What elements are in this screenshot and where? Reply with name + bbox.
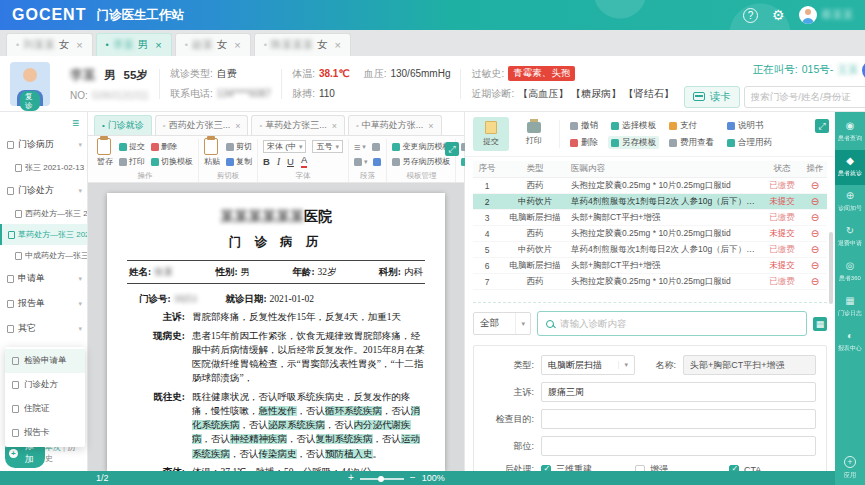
save-template-button[interactable]: 另存模板	[608, 136, 659, 149]
patient-search-input[interactable]	[751, 91, 865, 102]
underline-button[interactable]: U	[287, 156, 294, 167]
order-row[interactable]: 1 西药 头孢拉定胶囊0.25mg * 10片0.25mg口服tid 已缴费 ⊖	[473, 178, 827, 194]
zoom-in-icon[interactable]: +	[348, 473, 354, 483]
font-family-select[interactable]: 宋体 (中▾	[263, 140, 306, 153]
order-row[interactable]: 5 中药饮片 草药4剂煎服每次1剂每日2次 人参10g（后下）枸杞1g鹿茸2g …	[473, 242, 827, 258]
sidebar-item-apply[interactable]: 申请单 ▾	[0, 266, 87, 291]
paste-button[interactable]: 粘贴	[204, 156, 220, 167]
orders-print-button[interactable]: 打印	[516, 117, 552, 151]
paste-board-icon[interactable]	[204, 138, 218, 155]
remove-order-icon[interactable]: ⊖	[811, 244, 819, 255]
patient-tab[interactable]: • 李某 男 ×	[96, 33, 172, 56]
right-nav-item[interactable]: ⊕ 诊间加号	[835, 185, 865, 220]
add-menu-item[interactable]: 检验申请单	[5, 349, 85, 373]
pay-button[interactable]: 支付	[666, 119, 717, 132]
group-label[interactable]: 字体	[263, 169, 343, 182]
add-menu-item[interactable]: 门诊处方	[5, 373, 85, 397]
rational-drug-button[interactable]: 合理用药	[724, 136, 775, 149]
select-template-button[interactable]: 选择模板	[608, 119, 659, 132]
close-icon[interactable]: ×	[234, 39, 240, 51]
zoom-slider-handle[interactable]	[378, 476, 384, 482]
spacing-button[interactable]	[373, 158, 381, 166]
diagnosis-search-box[interactable]	[537, 311, 807, 336]
zoom-out-icon[interactable]: −	[410, 473, 416, 483]
emr-section-text[interactable]: 既往健康状况，否认呼吸系统疾病史，反复发作的疼痛，慢性咳嗽，急性发作，否认循环系…	[192, 390, 425, 461]
font-color-button[interactable]: A	[301, 155, 307, 167]
undo-button[interactable]: 撤销	[567, 119, 601, 132]
fullscreen-icon[interactable]: ⤢	[445, 142, 459, 156]
right-nav-item[interactable]: ◎ 患者360	[835, 255, 865, 290]
right-nav-item[interactable]: ◉ 患者查询	[835, 115, 865, 150]
editor-tab[interactable]: • 中草药处方张... ×	[348, 115, 442, 135]
grid-icon[interactable]: ▦	[813, 317, 827, 331]
change-template-button[interactable]: 变更病历模板	[392, 141, 450, 152]
list-style-button[interactable]: ≡▾	[354, 141, 366, 153]
emr-section[interactable]: 既往史: 既往健康状况，否认呼吸系统疾病史，反复发作的疼痛，慢性咳嗽，急性发作，…	[127, 390, 425, 461]
sidebar-collapse-icon[interactable]: ≡	[72, 116, 79, 130]
sidebar-item-rx-record[interactable]: 中成药处方—张三 2021...	[0, 245, 87, 266]
emr-section-text[interactable]: 患者15年前因工作紧张，饮食无规律致胃脘部疼痛，经服中药后病情缓解，以后经常反复…	[192, 329, 425, 386]
sidebar-item-rx-record[interactable]: 西药处方—张三 2021-0...	[0, 203, 87, 224]
indent-button[interactable]: ▾	[354, 158, 368, 166]
remove-order-icon[interactable]: ⊖	[811, 276, 819, 287]
close-icon[interactable]: ×	[155, 39, 161, 51]
italic-button[interactable]: I	[277, 157, 280, 167]
close-icon[interactable]: ×	[76, 39, 82, 51]
orders-delete-button[interactable]: 删除	[567, 136, 601, 149]
bold-button[interactable]: B	[263, 156, 270, 167]
sidebar-item-rx[interactable]: 门诊处方 ▾	[0, 178, 87, 203]
fullscreen-icon[interactable]: ⤢	[815, 119, 829, 133]
group-label[interactable]: 模板管理	[392, 169, 450, 182]
emr-document-page[interactable]: 某某某某某某医院 门 诊 病 历 姓名:张某性别:男年龄:32岁科别:内科 门诊…	[107, 193, 445, 471]
remove-order-icon[interactable]: ⊖	[811, 196, 819, 207]
right-nav-item[interactable]: ↻ 退费申请	[835, 220, 865, 255]
add-menu-item[interactable]: 住院证	[5, 397, 85, 421]
settings-icon[interactable]: ⚙	[772, 8, 785, 22]
remove-order-icon[interactable]: ⊖	[811, 180, 819, 191]
remove-order-icon[interactable]: ⊖	[811, 260, 819, 271]
diagnosis-search-input[interactable]	[560, 318, 798, 329]
drug-manual-button[interactable]: 说明书	[724, 119, 775, 132]
sidebar-item-emr-record[interactable]: 张三 2021-02-13 11:13...	[0, 157, 87, 178]
clipboard-icon[interactable]	[97, 138, 111, 155]
patient-tab[interactable]: • 陈某某某 女 ×	[254, 33, 351, 56]
order-row[interactable]: 4 西药 头孢拉定胶囊0.25mg * 10片0.25mg口服tid 未提交 ⊖	[473, 226, 827, 242]
user-menu[interactable]: 蔡某某	[799, 6, 854, 24]
delete-button[interactable]: 删除	[151, 141, 177, 152]
fee-view-button[interactable]: 费用查看	[666, 136, 717, 149]
group-label[interactable]: 段落	[354, 169, 382, 182]
order-row[interactable]: 3 电脑断层扫描 头部+胸部CT平扫+增强 已缴费 ⊖	[473, 210, 827, 226]
cut-button[interactable]: 剪切	[226, 141, 252, 152]
sidebar-item-other[interactable]: 其它 ▾	[0, 316, 87, 341]
group-label[interactable]: 剪切板	[204, 169, 252, 182]
body-part-input[interactable]	[541, 436, 816, 456]
copy-button[interactable]: 复制	[226, 156, 252, 167]
order-row[interactable]: 2 中药饮片 草药4剂煎服每次1剂每日2次 人参10g（后下）枸杞1g鹿茸2g …	[473, 194, 827, 210]
emr-section[interactable]: 现病史: 患者15年前因工作紧张，饮食无规律致胃脘部疼痛，经服中药后病情缓解，以…	[127, 329, 425, 386]
right-nav-item[interactable]: ▦ 门诊日志	[835, 290, 865, 325]
close-icon[interactable]: ×	[428, 121, 433, 131]
remove-order-icon[interactable]: ⊖	[811, 212, 819, 223]
close-icon[interactable]: ×	[235, 121, 240, 131]
patient-search-box[interactable]	[744, 86, 865, 108]
apps-nav-item[interactable]: + 应用	[835, 456, 865, 480]
close-icon[interactable]: ×	[334, 39, 340, 51]
patient-tab[interactable]: • 刘某某 女 ×	[6, 33, 93, 56]
chief-complaint-input[interactable]	[541, 382, 816, 402]
close-icon[interactable]: ×	[332, 121, 337, 131]
document-viewport[interactable]: 某某某某某某医院 门 诊 病 历 姓名:张某性别:男年龄:32岁科别:内科 门诊…	[88, 183, 464, 471]
remove-order-icon[interactable]: ⊖	[811, 228, 819, 239]
right-nav-item[interactable]: ◆ 患者就诊	[835, 150, 865, 185]
group-label[interactable]: 操作	[97, 169, 193, 182]
zoom-slider[interactable]	[360, 478, 404, 480]
print-button[interactable]: 打印	[119, 156, 145, 167]
orders-submit-button[interactable]: 提交	[473, 117, 509, 151]
sidebar-item-emr[interactable]: 门诊病历 ▾	[0, 132, 87, 157]
exam-purpose-input[interactable]	[541, 409, 816, 429]
switch-template-button[interactable]: 切换模板	[151, 156, 193, 167]
align-button[interactable]	[372, 143, 380, 151]
exam-type-select[interactable]: 电脑断层扫描 ▾	[541, 355, 635, 375]
scrollbar[interactable]	[829, 232, 833, 304]
font-size-select[interactable]: 五号▾	[312, 140, 343, 153]
right-nav-item[interactable]: ◐ 报表中心	[835, 325, 865, 360]
